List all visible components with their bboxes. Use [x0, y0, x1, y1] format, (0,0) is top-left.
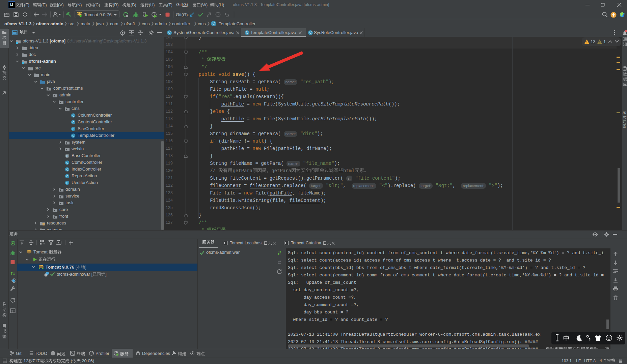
svg-text:C: C: [72, 114, 74, 118]
svg-text:C: C: [66, 168, 68, 172]
svg-text:C: C: [72, 134, 74, 138]
svg-text:C: C: [66, 154, 68, 158]
svg-text:C: C: [66, 161, 68, 165]
svg-text:C: C: [72, 121, 74, 124]
svg-text:C: C: [72, 127, 74, 131]
svg-text:C: C: [66, 181, 68, 185]
svg-text:C: C: [66, 175, 68, 178]
